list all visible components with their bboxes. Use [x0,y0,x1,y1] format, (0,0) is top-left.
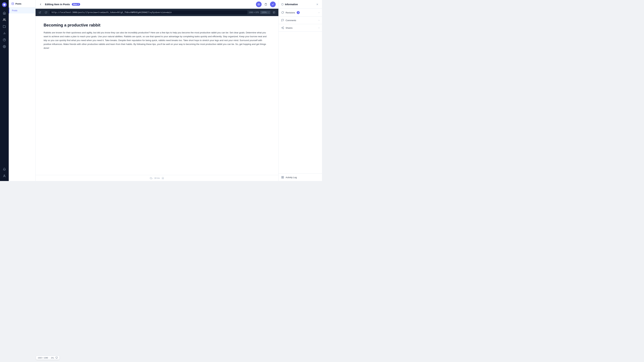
comments-chevron: › [319,19,319,21]
article-title: Becoming a productive rabbit [44,23,270,27]
database-icon [12,2,14,5]
save-status [150,177,152,179]
right-panel-header: Information [278,0,322,9]
app-logo[interactable] [2,2,7,7]
preview-button[interactable] [256,1,262,7]
sidebar-header-label: Posts [16,2,21,5]
nav-profile[interactable] [1,173,8,179]
svg-rect-26 [282,177,282,178]
nav-item-settings[interactable] [1,43,8,50]
branch-label: Main [73,3,77,5]
svg-line-11 [40,11,41,12]
url-text: http://localhost:3000/posts/1?preview=tr… [52,11,172,13]
section-shares[interactable]: Shares › [278,24,322,32]
svg-rect-12 [273,11,275,13]
svg-point-19 [282,27,282,28]
browser-url[interactable]: http://localhost:3000/posts/1?preview=tr… [50,10,247,14]
close-panel-button[interactable] [315,2,319,6]
sidebar-header: Posts [9,0,36,7]
browser-refresh-button[interactable] [44,10,48,15]
content-area: Becoming a productive rabbit Rabbits are… [36,16,278,175]
svg-point-9 [12,2,14,3]
right-panel: Information Revisions 3 › [278,0,322,181]
save-button[interactable] [270,1,276,7]
right-panel-title: Information [281,3,298,6]
revisions-label: Revisions [286,11,295,14]
svg-point-10 [258,4,259,5]
sidebar: Posts Posts [9,0,36,181]
browser-screenshot-icon[interactable] [272,10,276,15]
svg-line-22 [282,27,283,28]
cloud-icon [150,177,152,179]
section-comments[interactable]: Comments › [278,16,322,24]
bookmark-icon [162,177,164,179]
svg-point-7 [4,46,5,47]
sidebar-item-posts[interactable]: Posts [9,7,36,13]
article-body: Rabbits are known for their quickness an… [44,31,270,50]
section-revisions[interactable]: Revisions 3 › [278,9,322,16]
browser-dimensions: 1360 × 976 [249,11,259,13]
nav-rail [0,0,9,181]
nav-item-home[interactable] [1,10,8,16]
right-panel-title-text: Information [285,3,298,6]
revisions-badge: 3 [297,11,300,14]
revisions-count: 3 [298,12,299,13]
shares-icon [281,26,284,29]
svg-rect-23 [282,176,282,177]
nav-item-help[interactable] [1,37,8,43]
browser-zoom[interactable]: 100% [260,11,270,14]
svg-point-8 [4,175,5,176]
time-label: 18 ms [154,177,160,179]
nav-item-analytics[interactable] [1,30,8,36]
browser-bar: http://localhost:3000/posts/1?preview=tr… [36,9,278,16]
save-time: 18 ms [154,177,160,179]
svg-rect-24 [283,176,284,177]
revisions-icon [281,11,284,14]
nav-notifications[interactable] [1,166,8,172]
shares-chevron: › [319,27,319,29]
main-area: Editing Item in Posts Main ▾ [36,0,278,181]
content-inner: Becoming a productive rabbit Rabbits are… [36,16,278,175]
svg-line-21 [282,28,283,28]
sidebar-item-posts-label: Posts [12,9,18,12]
branch-chevron: ▾ [78,3,79,5]
back-button[interactable] [38,2,43,7]
svg-point-20 [283,28,284,29]
nav-item-folders[interactable] [1,23,8,29]
activity-log-button[interactable]: Activity Log [278,173,322,181]
svg-point-1 [4,18,4,19]
topbar-actions [256,1,276,7]
comments-label: Comments [286,19,296,22]
revisions-chevron: › [319,11,319,14]
activity-log-label: Activity Log [286,176,297,179]
topbar: Editing Item in Posts Main ▾ [36,0,278,9]
delete-button[interactable] [263,1,269,7]
activity-icon [281,176,284,179]
status-bar: 18 ms [36,175,278,181]
browser-external-icon[interactable] [38,10,42,15]
shares-label: Shares [286,27,292,29]
svg-point-18 [283,27,284,27]
branch-badge[interactable]: Main ▾ [72,3,80,6]
svg-rect-25 [283,177,284,178]
bookmark-status [162,177,164,179]
info-icon [281,3,284,5]
page-title: Editing Item in Posts [45,3,70,6]
browser-info: 1360 × 976 100% [249,10,276,15]
comments-icon [281,19,284,22]
zoom-level: 100% [262,11,267,13]
nav-item-users[interactable] [1,17,8,23]
